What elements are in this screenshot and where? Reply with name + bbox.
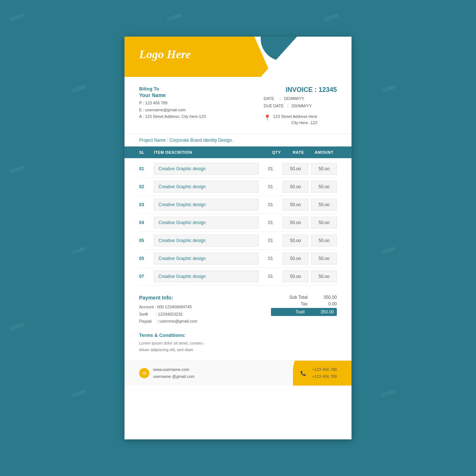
account-value: : 000 123456684745	[155, 305, 192, 309]
invoice-number: INVOICE : 12345	[264, 86, 337, 94]
table-row: 02 Creative Graphic design 01 50.oo 50.o…	[139, 178, 337, 196]
header-amount: AMOUNT	[311, 150, 337, 155]
row-sl: 05	[139, 256, 154, 261]
row-description: Creative Graphic design	[154, 235, 259, 246]
table-row: 01 Creative Graphic design 01 50.oo 50.o…	[139, 160, 337, 178]
invoice-footer: ✉ www.username.com username @gmail.com 📞…	[124, 360, 352, 385]
table-header: SL ITEM DESCRITION QTY RATE AMOUNT	[124, 146, 352, 158]
payment-totals: Payment Info: Account : 000 123456684745…	[124, 287, 352, 329]
row-rate: 50.oo	[283, 271, 308, 282]
date-value: DD/MM/YY	[284, 96, 304, 101]
address-value: : 123 Street Address, City here-123	[143, 114, 206, 119]
row-amount: 50.oo	[311, 217, 337, 228]
watermark: 123RF	[380, 246, 397, 255]
table-row: 05 Creative Graphic design 01 50.oo 50.o…	[139, 250, 337, 268]
phone-value: : 123 456 789	[143, 101, 167, 105]
row-qty: 01	[261, 220, 280, 225]
table-row: 05 Creative Graphic design 01 50.oo 50.o…	[139, 232, 337, 250]
watermark: 123RF	[380, 84, 397, 93]
footer-left: ✉ www.username.com username @gmail.com	[139, 366, 194, 380]
row-description: Creative Graphic design	[154, 163, 259, 175]
paypal-value: : usernme@gmail.com	[157, 319, 197, 323]
row-amount: 50.oo	[311, 235, 337, 246]
table-row: 03 Creative Graphic design 01 50.oo 50.o…	[139, 196, 337, 214]
terms-title: Terms & Conditions:	[139, 332, 337, 338]
row-sl: 07	[139, 274, 154, 279]
due-value: DD/MM/YY	[291, 104, 312, 108]
row-qty: 01	[261, 184, 280, 189]
row-qty: 01	[261, 256, 280, 261]
phone-label: P	[139, 101, 142, 105]
total-label: Toatl	[295, 309, 305, 315]
header-sl: SL	[139, 150, 154, 155]
billing-phone: P : 123 456 789	[139, 100, 264, 107]
terms-text: Lorem ipsum dolor sit amet, consec- tetu…	[139, 340, 337, 353]
swift-value: : 12334653232	[156, 312, 182, 316]
terms-section: Terms & Conditions: Lorem ipsum dolor si…	[124, 329, 352, 360]
header-rate: RATE	[286, 150, 311, 155]
tax-label: Tax	[301, 301, 308, 306]
row-description: Creative Graphic design	[154, 253, 259, 264]
row-sl: 02	[139, 184, 154, 189]
table-row: 04 Creative Graphic design 01 50.oo 50.o…	[139, 214, 337, 232]
billing-section: Biling To Your Name P : 123 456 789 E : …	[124, 77, 352, 132]
billing-to-label: Biling To	[139, 86, 264, 92]
address-label: A	[139, 114, 142, 119]
row-amount: 50.oo	[311, 253, 337, 264]
watermark: 123RF	[323, 12, 340, 22]
payment-swift: Swift : 12334653232	[139, 311, 271, 318]
row-description: Creative Graphic design	[154, 217, 259, 228]
row-sl: 05	[139, 238, 154, 243]
footer-right: 📞 +123 456 789 +123 456 789	[298, 366, 337, 380]
row-rate: 50.oo	[283, 199, 308, 211]
email-icon: ✉	[139, 368, 149, 378]
watermark: 123RF	[71, 388, 88, 398]
billing-address: A : 123 Street Address, City here-123	[139, 113, 264, 120]
total-value: 350.00	[312, 309, 334, 315]
invoice-city: City Here -123	[273, 120, 317, 126]
row-amount: 50.oo	[311, 199, 337, 211]
row-rate: 50.oo	[283, 181, 308, 193]
row-amount: 50.oo	[311, 163, 337, 175]
invoice-dates: DATE : DD/MM/YY DUE DATE : DD/MM/YY	[264, 95, 337, 110]
row-rate: 50.oo	[283, 163, 308, 175]
billing-left: Biling To Your Name P : 123 456 789 E : …	[139, 86, 264, 126]
row-sl: 01	[139, 166, 154, 171]
email-label: E	[139, 108, 142, 112]
table-row: 07 Creative Graphic design 01 50.oo 50.o…	[139, 268, 337, 286]
billing-email: E : username@gmail.com	[139, 107, 264, 114]
row-qty: 01	[261, 202, 280, 207]
invoice-date-row: DATE : DD/MM/YY	[264, 95, 337, 103]
invoice-address-text: 123 Street Address Here City Here -123	[273, 114, 317, 126]
date-label: DATE	[264, 96, 274, 101]
watermark: 123RF	[380, 388, 397, 398]
tax-row: Tax 0.00	[271, 301, 337, 306]
header-description: ITEM DESCRITION	[154, 150, 267, 155]
logo-text: Logo Here	[139, 48, 191, 61]
row-sl: 04	[139, 220, 154, 225]
watermark: 123RF	[166, 12, 183, 22]
row-description: Creative Graphic design	[154, 181, 259, 193]
phone-icon: 📞	[298, 368, 308, 378]
subtotal-label: Sub Total	[289, 295, 308, 300]
project-name: Project Name : Corporate Brand identity …	[124, 134, 352, 146]
tax-value: 0.00	[315, 301, 337, 306]
footer-phone2: +123 456 789	[312, 373, 337, 380]
payment-info: Payment Info: Account : 000 123456684745…	[139, 295, 271, 325]
due-label: DUE DATE	[264, 104, 284, 108]
row-qty: 01	[261, 166, 280, 171]
footer-email: username @gmail.com	[153, 373, 194, 380]
footer-content-wrap: ✉ www.username.com username @gmail.com 📞…	[139, 366, 337, 380]
final-total-row: Toatl 350.00	[271, 308, 337, 316]
invoice-document: Logo Here Biling To Your Name P : 123 45…	[124, 37, 352, 439]
footer-web-contact: www.username.com username @gmail.com	[153, 366, 194, 380]
subtotal-value: 350.00	[315, 295, 337, 300]
date-sep: :	[280, 96, 281, 101]
row-qty: 01	[261, 238, 280, 243]
subtotal-row: Sub Total 350.00	[271, 295, 337, 300]
row-rate: 50.oo	[283, 253, 308, 264]
footer-phone1: +123 456 789	[312, 366, 337, 373]
invoice-header: Logo Here	[124, 37, 352, 77]
row-rate: 50.oo	[283, 235, 308, 246]
row-qty: 01	[261, 274, 280, 279]
